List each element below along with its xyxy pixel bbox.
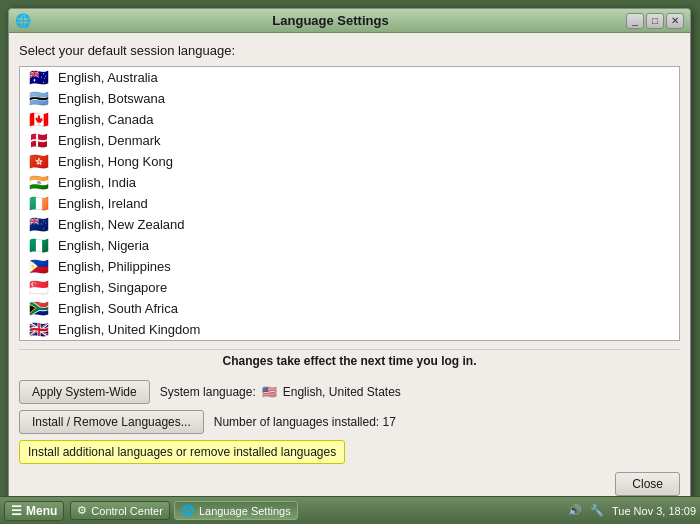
language-name: English, Denmark (58, 133, 161, 148)
language-flag: 🇳🇿 (28, 217, 50, 232)
system-language-label: System language: (160, 385, 256, 399)
language-flag: 🇳🇬 (28, 238, 50, 253)
menu-icon: ☰ (11, 504, 22, 518)
language-list-item[interactable]: 🇭🇰English, Hong Kong (20, 151, 679, 172)
taskbar-language-settings[interactable]: 🌐 Language Settings (174, 501, 298, 520)
network-icon: 🔧 (590, 504, 604, 517)
language-flag: 🇵🇭 (28, 259, 50, 274)
language-list-item[interactable]: 🇿🇦English, South Africa (20, 298, 679, 319)
close-row: Close (19, 472, 680, 496)
language-name: English, India (58, 175, 136, 190)
changes-notice-text: Changes take effect the next time you lo… (222, 354, 476, 368)
volume-icon: 🔊 (568, 504, 582, 517)
language-name: English, Nigeria (58, 238, 149, 253)
language-list-item[interactable]: 🇩🇰English, Denmark (20, 130, 679, 151)
window-content: Select your default session language: 🇦🇺… (9, 33, 690, 506)
language-name: English, South Africa (58, 301, 178, 316)
language-name: English, Australia (58, 70, 158, 85)
titlebar: 🌐 Language Settings _ □ ✕ (9, 9, 690, 33)
close-button[interactable]: Close (615, 472, 680, 496)
language-list-item[interactable]: 🇧🇼English, Botswana (20, 88, 679, 109)
hint-bar: Install additional languages or remove i… (19, 440, 345, 464)
num-languages-info: Number of languages installed: 17 (214, 415, 396, 429)
window-icon: 🌐 (15, 13, 31, 29)
taskbar-right: 🔊 🔧 Tue Nov 3, 18:09 (568, 504, 696, 517)
bottom-row2: Install / Remove Languages... Number of … (19, 410, 680, 434)
taskbar-clock: Tue Nov 3, 18:09 (612, 505, 696, 517)
language-flag: 🇨🇦 (28, 112, 50, 127)
language-name: English, Hong Kong (58, 154, 173, 169)
language-name: English, Singapore (58, 280, 167, 295)
changes-notice: Changes take effect the next time you lo… (19, 349, 680, 372)
language-flag: 🇭🇰 (28, 154, 50, 169)
taskbar: ☰ Menu ⚙ Control Center 🌐 Language Setti… (0, 496, 700, 524)
bottom-area: Apply System-Wide System language: 🇺🇸 En… (19, 380, 680, 496)
apply-system-wide-button[interactable]: Apply System-Wide (19, 380, 150, 404)
taskbar-apps: ⚙ Control Center 🌐 Language Settings (70, 501, 297, 520)
language-name: English, New Zealand (58, 217, 184, 232)
minimize-button[interactable]: _ (626, 13, 644, 29)
language-flag: 🇿🇦 (28, 301, 50, 316)
control-center-label: Control Center (91, 505, 163, 517)
language-list-item[interactable]: 🇨🇦English, Canada (20, 109, 679, 130)
window-title: Language Settings (35, 13, 626, 28)
language-flag: 🇬🇧 (28, 322, 50, 337)
language-name: English, Botswana (58, 91, 165, 106)
language-list[interactable]: 🇦🇺English, Australia🇧🇼English, Botswana🇨… (19, 66, 680, 341)
menu-button[interactable]: ☰ Menu (4, 501, 64, 521)
language-list-item[interactable]: 🇸🇬English, Singapore (20, 277, 679, 298)
language-name: English, Canada (58, 112, 153, 127)
language-settings-window: 🌐 Language Settings _ □ ✕ Select your de… (8, 8, 691, 503)
language-name: English, United Kingdom (58, 322, 200, 337)
language-flag: 🇩🇰 (28, 133, 50, 148)
language-name: English, Philippines (58, 259, 171, 274)
language-flag: 🇦🇺 (28, 70, 50, 85)
language-flag: 🇸🇬 (28, 280, 50, 295)
menu-label: Menu (26, 504, 57, 518)
taskbar-control-center[interactable]: ⚙ Control Center (70, 501, 170, 520)
language-list-item[interactable]: 🇵🇭English, Philippines (20, 256, 679, 277)
system-language-flag: 🇺🇸 (262, 385, 277, 399)
language-list-item[interactable]: 🇳🇿English, New Zealand (20, 214, 679, 235)
language-flag: 🇮🇳 (28, 175, 50, 190)
language-flag: 🇧🇼 (28, 91, 50, 106)
system-language-info: System language: 🇺🇸 English, United Stat… (160, 385, 401, 399)
titlebar-buttons: _ □ ✕ (626, 13, 684, 29)
bottom-row1: Apply System-Wide System language: 🇺🇸 En… (19, 380, 680, 404)
language-flag: 🇮🇪 (28, 196, 50, 211)
language-list-item[interactable]: 🇳🇬English, Nigeria (20, 235, 679, 256)
instruction-label: Select your default session language: (19, 43, 680, 58)
language-name: English, Ireland (58, 196, 148, 211)
close-window-button[interactable]: ✕ (666, 13, 684, 29)
language-list-item[interactable]: 🇮🇪English, Ireland (20, 193, 679, 214)
maximize-button[interactable]: □ (646, 13, 664, 29)
language-list-item[interactable]: 🇮🇳English, India (20, 172, 679, 193)
language-settings-taskbar-label: Language Settings (199, 505, 291, 517)
system-language-value: English, United States (283, 385, 401, 399)
install-remove-languages-button[interactable]: Install / Remove Languages... (19, 410, 204, 434)
language-settings-taskbar-icon: 🌐 (181, 504, 195, 517)
language-list-item[interactable]: 🇬🇧English, United Kingdom (20, 319, 679, 340)
control-center-icon: ⚙ (77, 504, 87, 517)
language-list-item[interactable]: 🇦🇺English, Australia (20, 67, 679, 88)
